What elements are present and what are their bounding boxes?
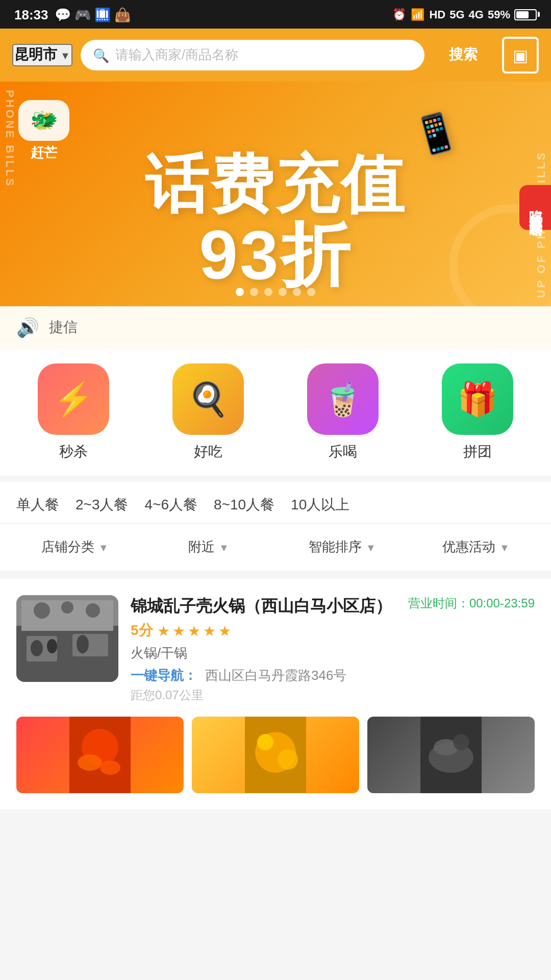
restaurant-category: 火锅/干锅 xyxy=(131,645,535,663)
navigation-label: 一键导航： xyxy=(131,667,197,685)
restaurant-name: 锦城乱子壳火锅（西山白马小区店） xyxy=(131,595,408,618)
banner-dots xyxy=(236,288,315,296)
status-icons: ⏰ 📶 HD 5G 4G 59% xyxy=(392,8,537,21)
filter-nearby[interactable]: 附近 ▼ xyxy=(144,532,273,562)
search-button[interactable]: 搜索 xyxy=(433,39,494,71)
filter-shop-type[interactable]: 店铺分类 ▼ xyxy=(10,532,140,562)
speaker-icon: 🔊 xyxy=(16,316,39,339)
food-thumbnail-1 xyxy=(16,717,184,794)
search-placeholder: 请输入商家/商品名称 xyxy=(115,46,238,64)
category-group[interactable]: 🎁 拼团 xyxy=(414,363,541,461)
chevron-down-icon: ▼ xyxy=(366,542,376,553)
location-selector[interactable]: 昆明市 ▼ xyxy=(12,44,72,66)
filter-sort[interactable]: 智能排序 ▼ xyxy=(278,532,407,562)
svg-point-9 xyxy=(47,639,57,653)
notice-bar: 🔊 捷信 xyxy=(0,306,551,349)
chevron-down-icon: ▼ xyxy=(499,542,510,553)
side-tab[interactable]: 吃喝省钱赚钱攻略 xyxy=(519,185,551,230)
svg-point-14 xyxy=(100,761,120,775)
banner-sub-title: 93折 xyxy=(199,219,352,289)
svg-point-4 xyxy=(61,601,73,614)
svg-point-17 xyxy=(257,734,273,751)
banner-side-left: PHONE BILLS xyxy=(0,82,20,306)
filter-tab-4-6[interactable]: 4~6人餐 xyxy=(145,494,198,517)
filter-tab-10plus[interactable]: 10人以上 xyxy=(291,494,349,517)
search-input-container[interactable]: 🔍 请输入商家/商品名称 xyxy=(81,40,424,70)
categories: ⚡ 秒杀 🍳 好吃 🧋 乐喝 🎁 拼团 xyxy=(0,349,551,476)
restaurant-thumbnail xyxy=(16,595,118,682)
chevron-down-icon: ▼ xyxy=(219,542,229,553)
banner-logo-text: 赶芒 xyxy=(31,144,57,162)
svg-point-22 xyxy=(453,734,469,751)
svg-point-13 xyxy=(78,755,102,771)
svg-point-8 xyxy=(31,640,43,656)
restaurant-list: 锦城乱子壳火锅（西山白马小区店） 营业时间：00:00-23:59 5分 ★ ★… xyxy=(0,579,551,811)
category-seckill[interactable]: ⚡ 秒杀 xyxy=(10,363,137,461)
banner-main-title: 话费充值 xyxy=(145,150,406,219)
category-food[interactable]: 🍳 好吃 xyxy=(145,363,271,461)
food-thumbnail-2 xyxy=(192,717,359,794)
meal-filter-tabs: 单人餐 2~3人餐 4~6人餐 8~10人餐 10人以上 xyxy=(0,482,551,524)
star-rating: ★ ★ ★ ★ ★ xyxy=(157,623,232,640)
scan-icon: ▣ xyxy=(513,45,528,65)
scan-button[interactable]: ▣ xyxy=(502,37,539,74)
banner-logo: 🐲 赶芒 xyxy=(18,100,69,162)
restaurant-item[interactable]: 锦城乱子壳火锅（西山白马小区店） 营业时间：00:00-23:59 5分 ★ ★… xyxy=(0,579,551,811)
filter-dropdowns: 店铺分类 ▼ 附近 ▼ 智能排序 ▼ 优惠活动 ▼ xyxy=(0,524,551,571)
food-images xyxy=(16,717,535,794)
svg-point-18 xyxy=(278,750,298,770)
filter-tab-2-3[interactable]: 2~3人餐 xyxy=(76,494,129,517)
notice-text: 捷信 xyxy=(49,318,78,337)
svg-point-3 xyxy=(34,602,50,619)
svg-point-5 xyxy=(86,603,100,618)
filter-tab-single[interactable]: 单人餐 xyxy=(16,494,59,517)
filter-promotion[interactable]: 优惠活动 ▼ xyxy=(411,532,541,562)
rating-score: 5分 xyxy=(131,622,153,641)
business-hours: 营业时间：00:00-23:59 xyxy=(408,595,535,612)
restaurant-address: 西山区白马丹霞路346号 xyxy=(205,667,346,685)
restaurant-distance: 距您0.07公里 xyxy=(131,688,535,705)
search-bar: 昆明市 ▼ 🔍 请输入商家/商品名称 搜索 ▣ xyxy=(0,29,551,82)
search-icon: 🔍 xyxy=(93,47,109,63)
status-time: 18:33 💬 🎮 🛄 👜 xyxy=(14,7,131,22)
status-bar: 18:33 💬 🎮 🛄 👜 ⏰ 📶 HD 5G 4G 59% xyxy=(0,0,551,29)
food-thumbnail-3 xyxy=(367,717,535,794)
banner[interactable]: PHONE BILLS 🐲 赶芒 话费充值 93折 📱 UP OF PHONE … xyxy=(0,82,551,306)
chevron-down-icon: ▼ xyxy=(98,542,109,553)
filter-tab-8-10[interactable]: 8~10人餐 xyxy=(214,494,274,517)
category-drink[interactable]: 🧋 乐喝 xyxy=(280,363,406,461)
svg-point-10 xyxy=(77,635,89,653)
location-arrow-icon: ▼ xyxy=(60,50,70,61)
